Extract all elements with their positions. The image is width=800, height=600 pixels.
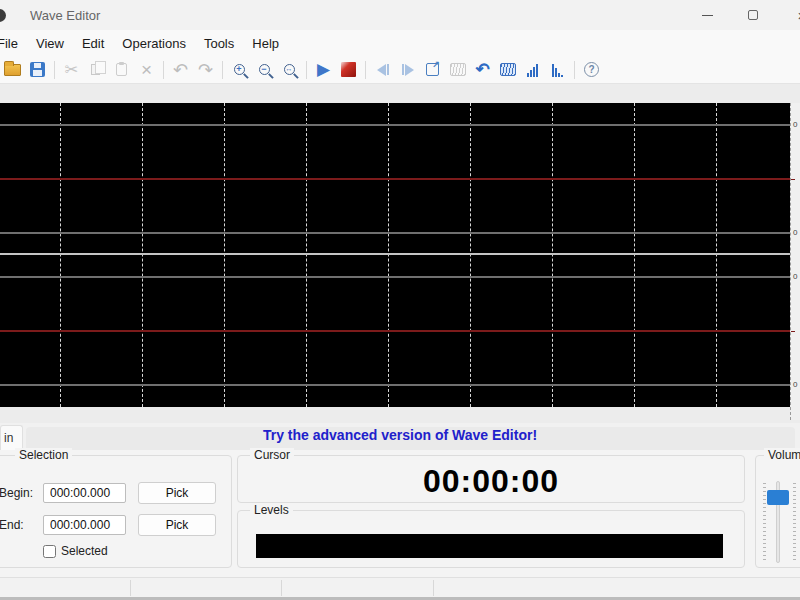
redo-button[interactable]: ↷ bbox=[193, 58, 218, 82]
toolbar-separator bbox=[54, 61, 55, 79]
volume-ticks-right bbox=[793, 483, 796, 561]
help-button[interactable]: ? bbox=[579, 58, 604, 82]
menu-help[interactable]: Help bbox=[243, 32, 288, 55]
zoom-out-icon: − bbox=[259, 64, 270, 75]
record-icon bbox=[341, 62, 356, 77]
amplitude-scale: 0 0 0 0 bbox=[790, 103, 800, 420]
maximize-icon bbox=[748, 10, 758, 20]
go-to-start-button[interactable] bbox=[370, 58, 395, 82]
menu-view[interactable]: View bbox=[27, 32, 73, 55]
volume-bars-button[interactable] bbox=[520, 58, 545, 82]
arrow-glyph: ↗ bbox=[432, 59, 440, 69]
cursor-group-label: Cursor bbox=[250, 448, 294, 462]
copy-icon bbox=[91, 64, 100, 75]
copy-button[interactable] bbox=[84, 58, 109, 82]
selected-checkbox-row: Selected bbox=[43, 544, 108, 558]
grid-vline bbox=[306, 103, 307, 407]
open-folder-icon bbox=[4, 64, 21, 76]
menu-edit[interactable]: Edit bbox=[73, 32, 113, 55]
volume-group: Volume bbox=[755, 455, 800, 568]
go-to-end-button[interactable] bbox=[395, 58, 420, 82]
zoom-selection-icon: ↔ bbox=[284, 64, 295, 75]
play-icon: ▶ bbox=[317, 61, 330, 78]
toolbar-separator bbox=[163, 61, 164, 79]
selected-label: Selected bbox=[61, 544, 108, 558]
close-button[interactable]: × bbox=[780, 0, 800, 30]
begin-input[interactable] bbox=[43, 483, 126, 503]
menu-file[interactable]: File bbox=[0, 32, 27, 55]
delete-button[interactable]: × bbox=[134, 58, 159, 82]
paste-button[interactable] bbox=[109, 58, 134, 82]
zoom-out-button[interactable]: − bbox=[252, 58, 277, 82]
grid-vline bbox=[224, 103, 225, 407]
toolbar-separator bbox=[365, 61, 366, 79]
selection-group-label: Selection bbox=[15, 448, 72, 462]
channel2-bottom-line bbox=[0, 384, 790, 386]
statusbar-separator bbox=[281, 580, 282, 596]
scale-zero-label: 0 bbox=[793, 273, 797, 281]
end-label: End: bbox=[0, 518, 24, 532]
levels-group: Levels bbox=[237, 510, 745, 568]
channel1-top-line bbox=[0, 124, 790, 126]
zoom-in-button[interactable]: + bbox=[227, 58, 252, 82]
cursor-time-display: 00:00:00 bbox=[238, 463, 744, 500]
paste-icon bbox=[116, 63, 127, 76]
grid-vline bbox=[552, 103, 553, 407]
minus-glyph: − bbox=[260, 64, 268, 73]
title-bar: Wave Editor × bbox=[0, 0, 800, 30]
menu-bar: File View Edit Operations Tools Help bbox=[0, 30, 800, 56]
toolbar-separator bbox=[222, 61, 223, 79]
waveform-canvas[interactable] bbox=[0, 103, 790, 407]
play-button[interactable]: ▶ bbox=[311, 58, 336, 82]
statusbar-separator bbox=[433, 580, 434, 596]
end-pick-button[interactable]: Pick bbox=[138, 514, 216, 536]
maximize-button[interactable] bbox=[731, 0, 775, 30]
volume-ticks-left bbox=[763, 483, 766, 561]
record-button[interactable] bbox=[336, 58, 361, 82]
grid-vline bbox=[142, 103, 143, 407]
upgrade-banner-link[interactable]: Try the advanced version of Wave Editor! bbox=[0, 427, 800, 443]
histogram-button[interactable] bbox=[545, 58, 570, 82]
channel1-zero-line bbox=[0, 178, 790, 180]
undo-all-icon: ↶ bbox=[475, 61, 489, 78]
selected-checkbox[interactable] bbox=[43, 545, 56, 558]
spectrum-disabled-button[interactable] bbox=[445, 58, 470, 82]
undo-all-button[interactable]: ↶ bbox=[470, 58, 495, 82]
save-icon bbox=[30, 62, 45, 77]
delete-icon: × bbox=[141, 59, 152, 81]
volume-group-label: Volume bbox=[764, 448, 800, 462]
volume-bars-icon bbox=[527, 63, 538, 77]
grid-vline bbox=[470, 103, 471, 407]
skip-to-end-icon bbox=[402, 64, 414, 76]
export-selection-button[interactable]: ↗ bbox=[420, 58, 445, 82]
histogram-icon bbox=[552, 63, 563, 77]
scale-zero-label: 0 bbox=[793, 121, 797, 129]
redo-icon: ↷ bbox=[198, 59, 213, 81]
levels-meter bbox=[256, 534, 723, 558]
menu-tools[interactable]: Tools bbox=[195, 32, 243, 55]
app-icon bbox=[0, 9, 6, 22]
minimize-button[interactable] bbox=[685, 0, 729, 30]
channel1-bottom-line bbox=[0, 232, 790, 234]
menu-operations[interactable]: Operations bbox=[113, 32, 195, 55]
grid-vline bbox=[388, 103, 389, 407]
cut-button[interactable]: ✂ bbox=[59, 58, 84, 82]
status-bar bbox=[0, 577, 800, 600]
save-button[interactable] bbox=[25, 58, 50, 82]
open-file-button[interactable] bbox=[0, 58, 25, 82]
selection-group: Selection Begin: Pick End: Pick Selected bbox=[0, 455, 232, 568]
help-icon: ? bbox=[584, 62, 599, 77]
controls-panel: Selection Begin: Pick End: Pick Selected… bbox=[0, 450, 800, 577]
begin-pick-button[interactable]: Pick bbox=[138, 482, 216, 504]
end-input[interactable] bbox=[43, 515, 126, 535]
waveform-view-button[interactable] bbox=[495, 58, 520, 82]
undo-button[interactable]: ↶ bbox=[168, 58, 193, 82]
minimize-icon bbox=[702, 15, 713, 16]
statusbar-separator bbox=[130, 580, 131, 596]
zoom-selection-button[interactable]: ↔ bbox=[277, 58, 302, 82]
scale-red-tick bbox=[791, 331, 795, 332]
wave-editor-window: Wave Editor × File View Edit Operations … bbox=[0, 0, 800, 600]
volume-slider-handle[interactable] bbox=[767, 490, 789, 505]
skip-to-start-icon bbox=[377, 64, 389, 76]
scale-zero-label: 0 bbox=[793, 381, 797, 389]
